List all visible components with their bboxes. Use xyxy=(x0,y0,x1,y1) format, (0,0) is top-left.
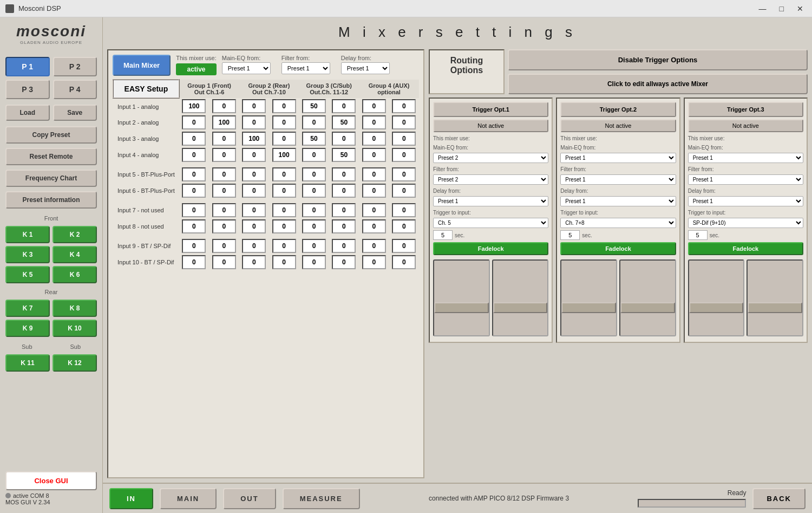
matrix-input-5-1[interactable] xyxy=(182,167,206,181)
in-button[interactable]: IN xyxy=(109,488,153,509)
k3-button[interactable]: K 3 xyxy=(5,246,50,263)
preset-1-button[interactable]: P 1 xyxy=(5,57,50,76)
matrix-input-3-5[interactable] xyxy=(302,132,326,146)
matrix-input-10-3[interactable] xyxy=(242,255,266,269)
trigger1-thumb-1[interactable] xyxy=(434,302,489,313)
trigger1-sec-input[interactable] xyxy=(433,230,453,240)
matrix-input-7-5[interactable] xyxy=(302,203,326,217)
trigger3-slider-2[interactable] xyxy=(746,259,803,336)
k10-button[interactable]: K 10 xyxy=(53,320,97,337)
matrix-input-9-1[interactable] xyxy=(182,239,206,253)
matrix-input-5-5[interactable] xyxy=(302,167,326,181)
trigger3-delay-select[interactable]: Preset 1Preset 2Preset 3Preset 4 xyxy=(688,196,803,206)
matrix-input-2-1[interactable] xyxy=(182,115,206,129)
matrix-input-5-7[interactable] xyxy=(362,167,386,181)
matrix-input-2-4[interactable] xyxy=(272,115,296,129)
matrix-input-2-8[interactable] xyxy=(392,115,416,129)
trigger3-slider-1[interactable] xyxy=(688,259,745,336)
matrix-input-9-7[interactable] xyxy=(362,239,386,253)
main-button[interactable]: MAIN xyxy=(160,488,217,509)
matrix-input-1-7[interactable] xyxy=(362,99,386,113)
save-button[interactable]: Save xyxy=(53,105,97,121)
trigger3-sec-input[interactable] xyxy=(688,230,708,240)
trigger1-ch-select[interactable]: Ch. 5Ch. 1Ch. 7+8 xyxy=(433,218,548,228)
matrix-input-9-3[interactable] xyxy=(242,239,266,253)
matrix-input-1-4[interactable] xyxy=(272,99,296,113)
preset-3-button[interactable]: P 3 xyxy=(5,80,50,99)
matrix-input-6-7[interactable] xyxy=(362,184,386,198)
k5-button[interactable]: K 5 xyxy=(5,266,50,283)
matrix-input-9-8[interactable] xyxy=(392,239,416,253)
main-eq-select[interactable]: Preset 1Preset 2Preset 3Preset 4 xyxy=(222,62,271,74)
matrix-input-4-4[interactable] xyxy=(272,148,296,162)
trigger1-delay-select[interactable]: Preset 1Preset 2Preset 3Preset 4 xyxy=(433,196,548,206)
matrix-input-9-5[interactable] xyxy=(302,239,326,253)
trigger3-thumb-2[interactable] xyxy=(748,302,802,313)
matrix-input-1-1[interactable] xyxy=(182,99,206,113)
matrix-input-3-1[interactable] xyxy=(182,132,206,146)
matrix-input-8-8[interactable] xyxy=(392,219,416,233)
matrix-input-2-6[interactable] xyxy=(332,115,356,129)
trigger-opt3-button[interactable]: Trigger Opt.3 xyxy=(688,102,803,117)
matrix-input-3-8[interactable] xyxy=(392,132,416,146)
matrix-input-10-4[interactable] xyxy=(272,255,296,269)
matrix-input-8-5[interactable] xyxy=(302,219,326,233)
maximize-button[interactable]: □ xyxy=(776,3,787,14)
trigger3-thumb-1[interactable] xyxy=(689,302,744,313)
always-active-button[interactable]: Click to edit allways active Mixer xyxy=(508,74,808,94)
matrix-input-1-2[interactable] xyxy=(212,99,236,113)
matrix-input-1-5[interactable] xyxy=(302,99,326,113)
trigger1-filter-select[interactable]: Preset 2Preset 1Preset 3Preset 4 xyxy=(433,174,548,185)
matrix-input-3-4[interactable] xyxy=(272,132,296,146)
k1-button[interactable]: K 1 xyxy=(5,226,50,243)
matrix-input-6-6[interactable] xyxy=(332,184,356,198)
matrix-input-4-5[interactable] xyxy=(302,148,326,162)
matrix-input-10-2[interactable] xyxy=(212,255,236,269)
trigger3-not-active[interactable]: Not active xyxy=(688,119,803,132)
copy-preset-button[interactable]: Copy Preset xyxy=(5,126,97,144)
matrix-input-7-3[interactable] xyxy=(242,203,266,217)
trigger-opt1-button[interactable]: Trigger Opt.1 xyxy=(433,102,548,117)
matrix-input-6-3[interactable] xyxy=(242,184,266,198)
matrix-input-7-4[interactable] xyxy=(272,203,296,217)
matrix-input-7-1[interactable] xyxy=(182,203,206,217)
trigger1-slider-1[interactable] xyxy=(433,259,490,336)
trigger2-thumb-1[interactable] xyxy=(561,302,616,313)
trigger2-main-eq-select[interactable]: Preset 1Preset 2Preset 3Preset 4 xyxy=(560,153,676,163)
matrix-input-8-2[interactable] xyxy=(212,219,236,233)
matrix-input-4-7[interactable] xyxy=(362,148,386,162)
k2-button[interactable]: K 2 xyxy=(53,226,97,243)
frequency-chart-button[interactable]: Frequency Chart xyxy=(5,170,97,187)
reset-remote-button[interactable]: Reset Remote xyxy=(5,148,97,165)
matrix-input-1-3[interactable] xyxy=(242,99,266,113)
matrix-input-3-7[interactable] xyxy=(362,132,386,146)
filter-select[interactable]: Preset 1Preset 2Preset 3Preset 4 xyxy=(281,62,330,74)
matrix-input-10-6[interactable] xyxy=(332,255,356,269)
matrix-input-8-1[interactable] xyxy=(182,219,206,233)
trigger2-ch-select[interactable]: Ch. 7+8Ch. 1Ch. 5 xyxy=(560,218,676,228)
matrix-input-4-6[interactable] xyxy=(332,148,356,162)
matrix-input-10-7[interactable] xyxy=(362,255,386,269)
trigger1-not-active[interactable]: Not active xyxy=(433,119,548,132)
matrix-input-2-3[interactable] xyxy=(242,115,266,129)
matrix-input-2-2[interactable] xyxy=(212,115,236,129)
k12-button[interactable]: K 12 xyxy=(53,354,97,372)
trigger3-filter-select[interactable]: Preset 1Preset 2Preset 3Preset 4 xyxy=(688,174,803,185)
matrix-input-5-3[interactable] xyxy=(242,167,266,181)
matrix-input-4-2[interactable] xyxy=(212,148,236,162)
disable-trigger-button[interactable]: Disable Trigger Options xyxy=(508,49,808,70)
main-mixer-button[interactable]: Main Mixer xyxy=(113,55,171,76)
matrix-input-7-6[interactable] xyxy=(332,203,356,217)
matrix-input-7-8[interactable] xyxy=(392,203,416,217)
trigger3-fadelock-button[interactable]: Fadelock xyxy=(688,242,803,255)
matrix-input-10-5[interactable] xyxy=(302,255,326,269)
matrix-input-2-5[interactable] xyxy=(302,115,326,129)
matrix-input-5-4[interactable] xyxy=(272,167,296,181)
trigger3-ch-select[interactable]: SP-Dif (9+10)Ch. 1Ch. 5 xyxy=(688,218,803,228)
matrix-input-5-2[interactable] xyxy=(212,167,236,181)
preset-2-button[interactable]: P 2 xyxy=(53,57,97,76)
trigger2-slider-1[interactable] xyxy=(560,259,617,336)
measure-button[interactable]: MEASURE xyxy=(283,488,360,509)
matrix-input-6-4[interactable] xyxy=(272,184,296,198)
trigger2-fadelock-button[interactable]: Fadelock xyxy=(560,242,676,255)
